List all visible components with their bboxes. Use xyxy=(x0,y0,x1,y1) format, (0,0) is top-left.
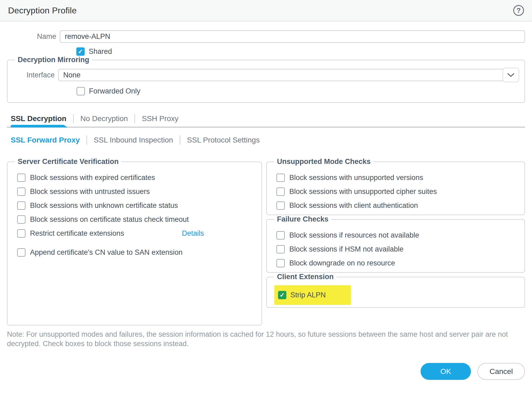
server-cert-verification-group: Server Certificate Verification Block se… xyxy=(7,158,262,325)
shared-checkbox[interactable] xyxy=(76,47,85,56)
right-column: Unsupported Mode Checks Block sessions w… xyxy=(266,158,525,308)
block-unsupported-versions-checkbox[interactable] xyxy=(276,174,285,182)
block-unsupported-cipher-suites-checkbox[interactable] xyxy=(276,188,285,196)
checkbox-row: Block sessions with unsupported cipher s… xyxy=(276,188,519,196)
failure-checks-group: Failure Checks Block sessions if resourc… xyxy=(266,215,525,273)
dialog-header: Decryption Profile ? xyxy=(0,0,532,21)
checkbox-label: Block sessions with unknown certificate … xyxy=(30,201,178,210)
failure-checks-legend: Failure Checks xyxy=(274,215,331,223)
restrict-cert-extensions-checkbox[interactable] xyxy=(17,229,25,238)
block-untrusted-issuers-checkbox[interactable] xyxy=(17,188,25,196)
dialog-footer: OK Cancel xyxy=(7,363,525,380)
checkbox-row: Append certificate's CN value to SAN ext… xyxy=(17,248,256,257)
checkbox-row: Block sessions if HSM not available xyxy=(276,245,519,253)
block-client-authentication-checkbox[interactable] xyxy=(276,201,285,210)
footnote: Note: For unsupported modes and failures… xyxy=(7,330,525,349)
client-extension-legend: Client Extension xyxy=(274,273,336,281)
forwarded-only-label: Forwarded Only xyxy=(89,87,140,95)
checkbox-row: Block sessions with untrusted issuers xyxy=(17,188,256,196)
chevron-down-icon[interactable] xyxy=(503,68,519,82)
name-label: Name xyxy=(7,32,56,41)
name-row: Name remove-ALPN xyxy=(7,30,525,43)
forwarded-only-checkbox[interactable] xyxy=(77,87,85,95)
forwarded-only-row: Forwarded Only xyxy=(77,87,519,95)
checkbox-label: Block sessions with unsupported cipher s… xyxy=(289,188,437,196)
dialog-body: Name remove-ALPN Shared Decryption Mirro… xyxy=(0,30,532,380)
checkbox-label: Restrict certificate extensions xyxy=(30,229,124,238)
checkbox-row: Block sessions with expired certificates xyxy=(17,174,256,182)
details-link[interactable]: Details xyxy=(182,229,204,238)
panel-columns: Server Certificate Verification Block se… xyxy=(7,158,525,325)
interface-select-value: None xyxy=(63,71,81,79)
strip-alpn-checkbox[interactable] xyxy=(278,291,286,299)
checkbox-row: Block sessions if resources not availabl… xyxy=(276,231,519,239)
checkbox-row: Block sessions with client authenticatio… xyxy=(276,201,519,210)
cancel-button[interactable]: Cancel xyxy=(477,363,525,380)
tab-underline xyxy=(7,127,525,128)
block-unknown-cert-status-checkbox[interactable] xyxy=(17,201,25,210)
help-icon[interactable]: ? xyxy=(513,5,524,16)
block-if-hsm-unavailable-checkbox[interactable] xyxy=(276,245,285,253)
unsupported-mode-checks-legend: Unsupported Mode Checks xyxy=(274,158,373,166)
subtab-ssl-protocol-settings[interactable]: SSL Protocol Settings xyxy=(180,136,266,144)
block-downgrade-no-resource-checkbox[interactable] xyxy=(276,259,285,267)
tab-ssh-proxy[interactable]: SSH Proxy xyxy=(135,114,185,123)
tab-ssl-decryption[interactable]: SSL Decryption xyxy=(11,114,73,123)
shared-row: Shared xyxy=(76,47,525,56)
block-status-check-timeout-checkbox[interactable] xyxy=(17,215,25,224)
block-if-resources-unavailable-checkbox[interactable] xyxy=(276,231,285,239)
checkbox-label: Block sessions if resources not availabl… xyxy=(289,231,419,239)
checkbox-label: Append certificate's CN value to SAN ext… xyxy=(30,248,182,257)
decryption-mirroring-legend: Decryption Mirroring xyxy=(15,56,92,64)
ok-button[interactable]: OK xyxy=(421,363,471,380)
checkbox-row: Restrict certificate extensions Details xyxy=(17,229,256,238)
checkbox-label: Block sessions with untrusted issuers xyxy=(30,188,150,196)
block-expired-certificates-checkbox[interactable] xyxy=(17,174,25,182)
interface-select[interactable]: None xyxy=(58,69,519,81)
decryption-mirroring-group: Decryption Mirroring Interface None Forw… xyxy=(7,56,525,103)
checkbox-label: Block downgrade on no resource xyxy=(289,259,395,267)
checkbox-label: Block sessions with unsupported versions xyxy=(289,174,423,182)
checkbox-label: Block sessions if HSM not available xyxy=(289,245,403,253)
interface-row: Interface None xyxy=(13,69,519,81)
strip-alpn-highlight: Strip ALPN xyxy=(274,285,351,305)
strip-alpn-label: Strip ALPN xyxy=(290,291,326,299)
main-tabs: SSL Decryption No Decryption SSH Proxy xyxy=(7,114,525,128)
name-input[interactable]: remove-ALPN xyxy=(60,30,525,43)
checkbox-label: Block sessions with client authenticatio… xyxy=(289,201,418,210)
unsupported-mode-checks-group: Unsupported Mode Checks Block sessions w… xyxy=(266,158,525,215)
shared-label: Shared xyxy=(89,47,112,56)
sub-tabs: SSL Forward Proxy SSL Inbound Inspection… xyxy=(7,136,525,145)
server-cert-verification-legend: Server Certificate Verification xyxy=(15,158,121,166)
checkbox-row: Block downgrade on no resource xyxy=(276,259,519,267)
tab-no-decryption[interactable]: No Decryption xyxy=(74,114,134,123)
client-extension-group: Client Extension Strip ALPN xyxy=(266,273,525,308)
checkbox-row: Block sessions on certificate status che… xyxy=(17,215,256,224)
page-title: Decryption Profile xyxy=(8,6,77,16)
active-tab-indicator xyxy=(11,125,68,128)
checkbox-row: Block sessions with unsupported versions xyxy=(276,174,519,182)
left-column: Server Certificate Verification Block se… xyxy=(7,158,262,325)
checkbox-label: Block sessions on certificate status che… xyxy=(30,215,189,224)
checkbox-label: Block sessions with expired certificates xyxy=(30,174,155,182)
subtab-ssl-inbound-inspection[interactable]: SSL Inbound Inspection xyxy=(87,136,180,144)
checkbox-row: Block sessions with unknown certificate … xyxy=(17,201,256,210)
interface-label: Interface xyxy=(13,71,55,79)
append-cn-to-san-checkbox[interactable] xyxy=(17,248,25,257)
main-tab-list: SSL Decryption No Decryption SSH Proxy xyxy=(7,114,525,123)
subtab-ssl-forward-proxy[interactable]: SSL Forward Proxy xyxy=(11,136,87,144)
